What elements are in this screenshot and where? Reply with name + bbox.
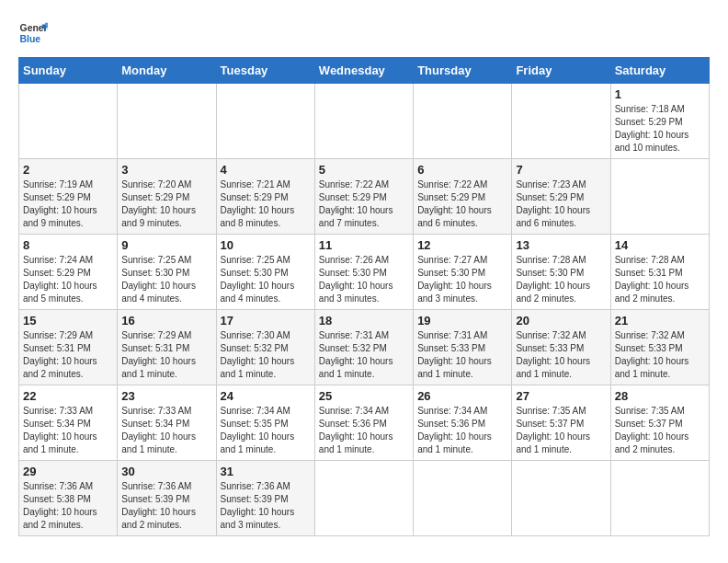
day-info: Sunrise: 7:34 AM Sunset: 5:36 PM Dayligh…	[319, 405, 409, 456]
logo-icon: General Blue	[18, 18, 48, 48]
day-info: Sunrise: 7:33 AM Sunset: 5:34 PM Dayligh…	[121, 405, 211, 456]
calendar-cell: 27Sunrise: 7:35 AM Sunset: 5:37 PM Dayli…	[512, 385, 610, 461]
calendar-cell	[118, 84, 216, 159]
day-info: Sunrise: 7:23 AM Sunset: 5:29 PM Dayligh…	[516, 178, 606, 230]
day-info: Sunrise: 7:31 AM Sunset: 5:32 PM Dayligh…	[319, 329, 409, 381]
day-number: 21	[615, 314, 705, 327]
col-header-monday: Monday	[118, 58, 216, 84]
col-header-friday: Friday	[512, 58, 610, 84]
calendar-cell	[512, 461, 610, 536]
day-info: Sunrise: 7:34 AM Sunset: 5:36 PM Dayligh…	[417, 405, 507, 456]
calendar-cell: 2Sunrise: 7:19 AM Sunset: 5:29 PM Daylig…	[19, 159, 118, 235]
col-header-tuesday: Tuesday	[216, 58, 314, 84]
day-info: Sunrise: 7:34 AM Sunset: 5:35 PM Dayligh…	[221, 405, 311, 456]
calendar-cell: 22Sunrise: 7:33 AM Sunset: 5:34 PM Dayli…	[19, 385, 118, 461]
calendar-cell: 16Sunrise: 7:29 AM Sunset: 5:31 PM Dayli…	[118, 310, 216, 385]
day-number: 27	[516, 389, 606, 403]
calendar-cell	[314, 461, 413, 536]
day-number: 23	[121, 389, 211, 403]
day-number: 22	[23, 389, 113, 403]
day-info: Sunrise: 7:21 AM Sunset: 5:29 PM Dayligh…	[221, 178, 311, 230]
day-number: 17	[221, 314, 311, 327]
calendar-cell: 28Sunrise: 7:35 AM Sunset: 5:37 PM Dayli…	[610, 385, 709, 461]
calendar-cell: 15Sunrise: 7:29 AM Sunset: 5:31 PM Dayli…	[19, 310, 118, 385]
day-info: Sunrise: 7:24 AM Sunset: 5:29 PM Dayligh…	[23, 254, 113, 305]
calendar-cell	[19, 84, 118, 159]
day-number: 5	[319, 163, 409, 177]
day-number: 28	[615, 389, 705, 403]
calendar-cell	[610, 159, 709, 235]
day-number: 14	[615, 238, 705, 252]
day-info: Sunrise: 7:36 AM Sunset: 5:39 PM Dayligh…	[121, 480, 211, 532]
calendar-cell: 20Sunrise: 7:32 AM Sunset: 5:33 PM Dayli…	[512, 310, 610, 385]
calendar-cell: 4Sunrise: 7:21 AM Sunset: 5:29 PM Daylig…	[216, 159, 314, 235]
day-number: 7	[516, 163, 606, 177]
day-info: Sunrise: 7:26 AM Sunset: 5:30 PM Dayligh…	[319, 254, 409, 305]
calendar-cell: 14Sunrise: 7:28 AM Sunset: 5:31 PM Dayli…	[610, 235, 709, 310]
calendar-cell	[414, 461, 512, 536]
calendar-cell	[610, 461, 709, 536]
day-number: 16	[121, 314, 211, 327]
day-info: Sunrise: 7:30 AM Sunset: 5:32 PM Dayligh…	[221, 329, 311, 381]
calendar-cell: 25Sunrise: 7:34 AM Sunset: 5:36 PM Dayli…	[314, 385, 413, 461]
calendar-cell	[512, 84, 610, 159]
calendar-cell: 1Sunrise: 7:18 AM Sunset: 5:29 PM Daylig…	[610, 84, 709, 159]
day-info: Sunrise: 7:18 AM Sunset: 5:29 PM Dayligh…	[615, 103, 705, 155]
day-number: 1	[615, 87, 705, 101]
calendar-cell: 5Sunrise: 7:22 AM Sunset: 5:29 PM Daylig…	[314, 159, 413, 235]
calendar-cell: 30Sunrise: 7:36 AM Sunset: 5:39 PM Dayli…	[118, 461, 216, 536]
day-number: 3	[121, 163, 211, 177]
day-info: Sunrise: 7:25 AM Sunset: 5:30 PM Dayligh…	[121, 254, 211, 305]
day-info: Sunrise: 7:35 AM Sunset: 5:37 PM Dayligh…	[615, 405, 705, 456]
day-info: Sunrise: 7:27 AM Sunset: 5:30 PM Dayligh…	[417, 254, 507, 305]
day-number: 12	[417, 238, 507, 252]
calendar-cell: 6Sunrise: 7:22 AM Sunset: 5:29 PM Daylig…	[414, 159, 512, 235]
day-number: 26	[417, 389, 507, 403]
calendar-cell: 24Sunrise: 7:34 AM Sunset: 5:35 PM Dayli…	[216, 385, 314, 461]
calendar-cell	[314, 84, 413, 159]
day-info: Sunrise: 7:33 AM Sunset: 5:34 PM Dayligh…	[23, 405, 113, 456]
week-row-1: 1Sunrise: 7:18 AM Sunset: 5:29 PM Daylig…	[19, 84, 710, 159]
day-number: 18	[319, 314, 409, 327]
day-info: Sunrise: 7:36 AM Sunset: 5:39 PM Dayligh…	[221, 480, 311, 532]
calendar-cell: 11Sunrise: 7:26 AM Sunset: 5:30 PM Dayli…	[314, 235, 413, 310]
day-number: 19	[417, 314, 507, 327]
day-number: 13	[516, 238, 606, 252]
day-info: Sunrise: 7:36 AM Sunset: 5:38 PM Dayligh…	[23, 480, 113, 532]
day-number: 31	[221, 465, 311, 478]
day-number: 11	[319, 238, 409, 252]
calendar-cell: 26Sunrise: 7:34 AM Sunset: 5:36 PM Dayli…	[414, 385, 512, 461]
logo: General Blue	[18, 18, 48, 48]
page-header: General Blue	[18, 18, 710, 48]
calendar-cell: 10Sunrise: 7:25 AM Sunset: 5:30 PM Dayli…	[216, 235, 314, 310]
week-row-2: 2Sunrise: 7:19 AM Sunset: 5:29 PM Daylig…	[19, 159, 710, 235]
calendar-cell: 31Sunrise: 7:36 AM Sunset: 5:39 PM Dayli…	[216, 461, 314, 536]
calendar-cell: 21Sunrise: 7:32 AM Sunset: 5:33 PM Dayli…	[610, 310, 709, 385]
day-info: Sunrise: 7:32 AM Sunset: 5:33 PM Dayligh…	[615, 329, 705, 381]
svg-text:Blue: Blue	[20, 34, 41, 44]
col-header-sunday: Sunday	[19, 58, 118, 84]
day-info: Sunrise: 7:22 AM Sunset: 5:29 PM Dayligh…	[319, 178, 409, 230]
calendar-cell: 29Sunrise: 7:36 AM Sunset: 5:38 PM Dayli…	[19, 461, 118, 536]
calendar-cell: 3Sunrise: 7:20 AM Sunset: 5:29 PM Daylig…	[118, 159, 216, 235]
calendar-cell: 8Sunrise: 7:24 AM Sunset: 5:29 PM Daylig…	[19, 235, 118, 310]
day-info: Sunrise: 7:35 AM Sunset: 5:37 PM Dayligh…	[516, 405, 606, 456]
day-number: 15	[23, 314, 113, 327]
day-info: Sunrise: 7:28 AM Sunset: 5:31 PM Dayligh…	[615, 254, 705, 305]
col-header-thursday: Thursday	[414, 58, 512, 84]
calendar-cell: 7Sunrise: 7:23 AM Sunset: 5:29 PM Daylig…	[512, 159, 610, 235]
day-info: Sunrise: 7:29 AM Sunset: 5:31 PM Dayligh…	[23, 329, 113, 381]
day-number: 9	[121, 238, 211, 252]
day-number: 29	[23, 465, 113, 478]
day-info: Sunrise: 7:28 AM Sunset: 5:30 PM Dayligh…	[516, 254, 606, 305]
day-info: Sunrise: 7:19 AM Sunset: 5:29 PM Dayligh…	[23, 178, 113, 230]
calendar-cell: 13Sunrise: 7:28 AM Sunset: 5:30 PM Dayli…	[512, 235, 610, 310]
calendar-cell: 18Sunrise: 7:31 AM Sunset: 5:32 PM Dayli…	[314, 310, 413, 385]
day-info: Sunrise: 7:20 AM Sunset: 5:29 PM Dayligh…	[121, 178, 211, 230]
day-number: 4	[221, 163, 311, 177]
calendar-cell	[216, 84, 314, 159]
day-info: Sunrise: 7:32 AM Sunset: 5:33 PM Dayligh…	[516, 329, 606, 381]
day-info: Sunrise: 7:29 AM Sunset: 5:31 PM Dayligh…	[121, 329, 211, 381]
day-number: 8	[23, 238, 113, 252]
day-number: 24	[221, 389, 311, 403]
